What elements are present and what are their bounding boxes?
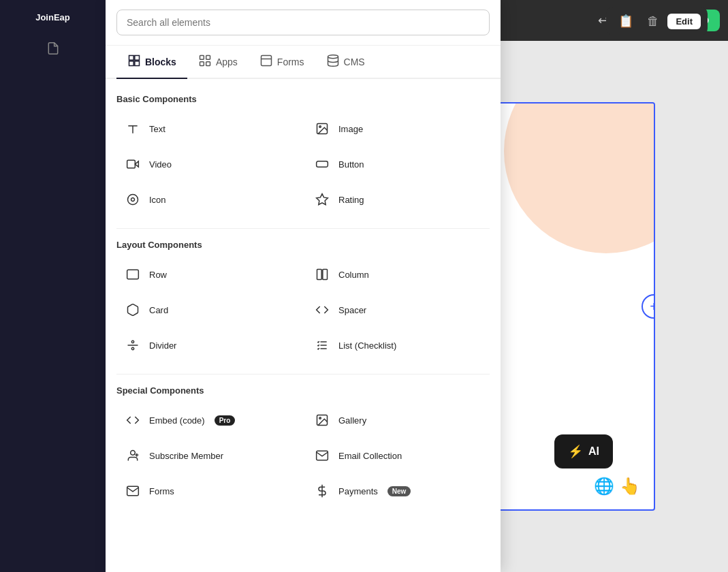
- add-right-button[interactable]: +: [642, 294, 655, 319]
- copy-icon-button[interactable]: 📋: [613, 11, 639, 31]
- component-spacer[interactable]: Spacer: [306, 295, 490, 325]
- svg-rect-2: [129, 61, 134, 66]
- row-label: Row: [149, 270, 167, 280]
- tab-blocks-label: Blocks: [145, 57, 176, 67]
- embed-icon: [123, 411, 142, 430]
- divider-layout-special: [116, 374, 490, 375]
- canvas-bottom-icons: 🌐 👆: [594, 477, 640, 496]
- tab-apps-label: Apps: [216, 57, 238, 67]
- right-panel-toolbar: 📋 🗑 Edit: [606, 7, 708, 35]
- pro-badge: Pro: [215, 415, 236, 426]
- tab-cms[interactable]: CMS: [315, 46, 376, 79]
- gallery-icon: [313, 411, 332, 430]
- apps-icon: [198, 54, 212, 69]
- layout-section-title: Layout Components: [116, 240, 490, 250]
- email-collection-label: Email Collection: [338, 451, 402, 461]
- svg-point-30: [319, 417, 321, 419]
- column-label: Column: [338, 270, 369, 280]
- edit-button[interactable]: Edit: [667, 14, 701, 29]
- hand-icon: 👆: [620, 477, 640, 496]
- basic-section-title: Basic Components: [116, 94, 490, 104]
- cms-icon: [326, 54, 340, 69]
- spacer-icon: [313, 300, 332, 319]
- svg-rect-7: [206, 62, 210, 66]
- component-list-checklist[interactable]: List (Checklist): [306, 330, 490, 360]
- video-label: Video: [149, 159, 172, 170]
- svg-rect-22: [323, 270, 328, 280]
- component-icon[interactable]: Icon: [116, 185, 300, 214]
- search-bar: [106, 0, 501, 46]
- component-divider[interactable]: Divider: [116, 330, 300, 360]
- embed-label: Embed (code): [149, 415, 205, 426]
- svg-rect-14: [127, 160, 136, 168]
- card-label: Card: [149, 305, 168, 315]
- card-icon: [123, 300, 142, 319]
- divider-label: Divider: [149, 340, 176, 351]
- component-row[interactable]: Row: [116, 259, 300, 289]
- video-icon: [123, 155, 142, 174]
- svg-rect-16: [317, 161, 328, 167]
- new-badge: New: [387, 486, 411, 496]
- icon-icon: [123, 190, 142, 209]
- bolt-icon: ⚡: [568, 444, 583, 459]
- svg-rect-21: [317, 270, 322, 280]
- svg-rect-3: [135, 61, 140, 66]
- svg-rect-4: [200, 56, 204, 60]
- svg-marker-19: [317, 194, 328, 205]
- component-video[interactable]: Video: [116, 149, 300, 179]
- svg-point-31: [131, 451, 136, 456]
- svg-rect-8: [261, 56, 271, 66]
- panel-content: Basic Components Text Image Video: [106, 79, 501, 572]
- delete-button[interactable]: 🗑: [642, 12, 665, 31]
- component-button[interactable]: Button: [306, 149, 490, 179]
- divider-basic-layout: [116, 228, 490, 229]
- svg-point-13: [319, 126, 321, 128]
- svg-point-17: [128, 195, 138, 205]
- basic-components-grid: Text Image Video Button: [116, 114, 490, 214]
- svg-rect-5: [206, 56, 210, 60]
- text-icon: [123, 119, 142, 138]
- button-icon: [313, 155, 332, 174]
- spacer-label: Spacer: [338, 305, 366, 315]
- text-label: Text: [149, 124, 165, 134]
- component-column[interactable]: Column: [306, 259, 490, 289]
- component-embed[interactable]: Embed (code) Pro: [116, 405, 300, 435]
- component-rating[interactable]: Rating: [306, 185, 490, 214]
- button-label: Button: [338, 159, 364, 170]
- search-input[interactable]: [116, 10, 490, 35]
- forms-label: Forms: [149, 486, 174, 496]
- divider-icon: [123, 336, 142, 355]
- component-payments[interactable]: Payments New: [306, 476, 490, 506]
- tab-forms-label: Forms: [277, 57, 304, 67]
- email-collection-icon: [313, 446, 332, 465]
- left-sidebar: JoinEap: [0, 0, 106, 572]
- file-icon[interactable]: [46, 42, 60, 59]
- subscribe-icon: [123, 446, 142, 465]
- svg-point-25: [131, 347, 133, 349]
- tab-blocks[interactable]: Blocks: [116, 46, 187, 79]
- forms-icon: [259, 54, 273, 69]
- special-section-title: Special Components: [116, 385, 490, 396]
- row-icon: [123, 265, 142, 284]
- icon-label: Icon: [149, 195, 166, 205]
- payments-label: Payments: [338, 486, 378, 496]
- svg-rect-1: [135, 56, 140, 61]
- component-subscribe[interactable]: Subscribe Member: [116, 441, 300, 471]
- component-text[interactable]: Text: [116, 114, 300, 144]
- svg-rect-6: [200, 62, 204, 66]
- element-panel: Blocks Apps Forms CMS Basic Components: [106, 0, 501, 572]
- tab-forms[interactable]: Forms: [249, 46, 315, 79]
- svg-point-18: [131, 198, 135, 202]
- list-checklist-label: List (Checklist): [338, 340, 396, 351]
- component-gallery[interactable]: Gallery: [306, 405, 490, 435]
- component-forms[interactable]: Forms: [116, 476, 300, 506]
- component-email-collection[interactable]: Email Collection: [306, 441, 490, 471]
- gallery-label: Gallery: [338, 415, 366, 426]
- tab-apps[interactable]: Apps: [187, 46, 249, 79]
- special-components-grid: Embed (code) Pro Gallery Subscribe Membe…: [116, 405, 490, 506]
- globe-icon: 🌐: [594, 477, 614, 496]
- ai-button[interactable]: ⚡ AI: [554, 434, 613, 468]
- component-card[interactable]: Card: [116, 295, 300, 325]
- blocks-icon: [127, 54, 141, 69]
- component-image[interactable]: Image: [306, 114, 490, 144]
